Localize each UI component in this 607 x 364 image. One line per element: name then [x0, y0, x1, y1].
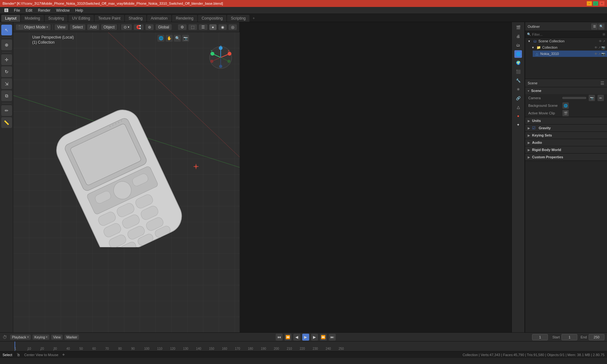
start-frame-input[interactable] — [561, 334, 577, 340]
select-icon-2[interactable]: ↗ — [598, 46, 601, 49]
tool-select[interactable]: ↖ — [1, 25, 12, 35]
close-button[interactable]: × — [599, 1, 604, 6]
outliner-item-nokia3310[interactable]: △ Nokia_3310 👁 ↗ 📷 — [533, 51, 607, 57]
camera-edit-btn[interactable]: ✏ — [598, 95, 604, 101]
add-menu[interactable]: Add — [87, 24, 99, 30]
prop-constraints-icon[interactable]: 🔗 — [514, 94, 522, 102]
marker-menu[interactable]: Marker — [64, 335, 79, 340]
render-icon-2[interactable]: 📷 — [601, 52, 605, 56]
play-btn[interactable]: ▶ — [302, 334, 309, 341]
tool-annotate[interactable]: ✏ — [1, 105, 12, 116]
jump-end-btn[interactable]: ⏭ — [329, 334, 336, 341]
gizmo-toggle[interactable]: ⚙ — [178, 24, 187, 30]
shading-material[interactable]: ◉ — [218, 24, 227, 30]
shading-rendered[interactable]: ◎ — [229, 24, 237, 30]
viewport-world-btn[interactable]: 🌐 — [157, 35, 164, 42]
end-frame-input[interactable] — [589, 334, 604, 340]
navigation-gizmo[interactable]: X Y Z — [208, 45, 233, 70]
menu-window[interactable]: Window — [53, 8, 72, 13]
visibility-icon-3[interactable]: 👁 — [594, 52, 598, 56]
select-icon-3[interactable]: ↗ — [598, 52, 601, 56]
outliner-item-collection[interactable]: ▾ 📁 Collection 👁 ↗ 📷 — [529, 44, 607, 51]
snap-button[interactable]: 🧲 — [134, 24, 144, 30]
prev-keyframe-btn[interactable]: ⏪ — [285, 334, 291, 341]
tab-compositing[interactable]: Compositing — [198, 15, 227, 22]
tab-sculpting[interactable]: Sculpting — [45, 15, 68, 22]
units-section-header[interactable]: ▶ Units — [525, 117, 607, 124]
prop-scene-icon[interactable]: 🌐 — [514, 50, 522, 58]
gravity-section-header[interactable]: ▶ ☑ Gravity — [525, 124, 607, 131]
xray-toggle[interactable]: ☰ — [199, 24, 207, 30]
keying-sets-header[interactable]: ▶ Keying Sets — [525, 132, 607, 139]
next-frame-btn[interactable]: ▶ — [311, 334, 318, 341]
tab-animation[interactable]: Animation — [147, 15, 171, 22]
camera-picker-btn[interactable]: 📷 — [589, 95, 595, 101]
tool-scale[interactable]: ⇲ — [1, 78, 12, 89]
viewport-hand-btn[interactable]: ✋ — [166, 35, 173, 42]
prop-material-icon[interactable]: ● — [514, 112, 522, 120]
menu-file[interactable]: File — [11, 8, 22, 13]
prop-viewlayer-icon[interactable]: 🗂 — [514, 41, 522, 49]
tab-texture-paint[interactable]: Texture Paint — [95, 15, 124, 22]
tool-move[interactable]: ✛ — [1, 54, 12, 65]
outliner-item-scene-collection[interactable]: ▾ 🗂 Scene Collection 👁 ↗ — [525, 38, 607, 44]
menu-render[interactable]: Render — [35, 8, 53, 13]
tab-shading[interactable]: Shading — [125, 15, 146, 22]
menu-blender[interactable]: 🅱 — [2, 8, 11, 13]
tab-rendering[interactable]: Rendering — [172, 15, 197, 22]
prop-particles-icon[interactable]: ✦ — [514, 121, 522, 129]
viewport-cam-btn[interactable]: 📷 — [182, 35, 189, 42]
tab-uv-editing[interactable]: UV Editing — [68, 15, 94, 22]
outliner-search-btn[interactable]: 🔍 — [598, 23, 604, 30]
scene-section-header[interactable]: ▾ Scene — [525, 87, 607, 94]
timeline-ruler[interactable]: 1 10 20 30 40 50 60 70 80 90 100 110 120… — [0, 342, 607, 351]
visibility-icon[interactable]: 👁 — [599, 39, 602, 43]
visibility-icon-2[interactable]: 👁 — [594, 46, 598, 49]
tool-rotate[interactable]: ↻ — [1, 66, 12, 77]
outliner-filter-btn[interactable]: ☰ — [591, 23, 598, 30]
prop-world-icon[interactable]: 🌍 — [514, 59, 522, 67]
object-mode-dropdown[interactable]: ⬛ Object Mode ▾ — [16, 24, 51, 30]
add-workspace-button[interactable]: + — [250, 15, 257, 22]
prop-physics-icon[interactable]: ⚛ — [514, 86, 522, 93]
next-keyframe-btn[interactable]: ⏩ — [320, 334, 327, 341]
select-icon[interactable]: ↗ — [603, 39, 605, 43]
camera-value[interactable] — [562, 97, 586, 99]
overlay-toggle[interactable]: ⬚ — [188, 24, 197, 30]
jump-start-btn[interactable]: ⏮ — [276, 334, 283, 341]
maximize-button[interactable]: □ — [593, 1, 598, 6]
tool-transform[interactable]: ⧉ — [1, 90, 12, 101]
menu-edit[interactable]: Edit — [23, 8, 35, 13]
movie-clip-btn[interactable]: 🎬 — [562, 110, 569, 116]
audio-section-header[interactable]: ▶ Audio — [525, 139, 607, 146]
shading-solid[interactable]: ● — [209, 24, 217, 30]
view-menu[interactable]: View — [55, 24, 68, 30]
prev-frame-btn[interactable]: ◀ — [293, 334, 300, 341]
prop-data-icon[interactable]: △ — [514, 103, 522, 111]
select-menu[interactable]: Select — [70, 24, 85, 30]
view-menu-tl[interactable]: View — [51, 335, 63, 340]
prop-render-icon[interactable]: 🎬 — [514, 24, 522, 31]
prop-output-icon[interactable]: 🖨 — [514, 33, 522, 40]
viewport-zoom-btn[interactable]: 🔍 — [174, 35, 181, 42]
playback-menu[interactable]: Playback ▾ — [10, 335, 31, 340]
current-frame-input[interactable] — [532, 334, 548, 340]
keying-menu[interactable]: Keying ▾ — [33, 335, 50, 340]
outliner-search-input[interactable] — [532, 33, 601, 36]
transform-pivot[interactable]: ⊙ ▾ — [121, 24, 132, 30]
menu-help[interactable]: Help — [73, 8, 86, 13]
prop-modifier-icon[interactable]: 🔧 — [514, 77, 522, 84]
tab-layout[interactable]: Layout — [1, 15, 20, 22]
render-icon[interactable]: 📷 — [601, 46, 605, 49]
viewport-3d[interactable]: User Perspective (Local) (1) Collection — [13, 32, 240, 332]
proportional-edit[interactable]: ⊜ — [145, 24, 154, 30]
object-menu[interactable]: Object — [101, 24, 117, 30]
background-scene-btn[interactable]: 🌐 — [562, 102, 569, 109]
custom-properties-header[interactable]: ▶ Custom Properties — [525, 154, 607, 161]
tab-scripting[interactable]: Scripting — [227, 15, 249, 22]
tab-modeling[interactable]: Modeling — [21, 15, 44, 22]
tool-measure[interactable]: 📏 — [1, 117, 12, 128]
tool-cursor[interactable]: ⊕ — [1, 39, 12, 50]
prop-object-icon[interactable]: ⬛ — [514, 68, 522, 76]
minimize-button[interactable]: − — [587, 1, 592, 6]
